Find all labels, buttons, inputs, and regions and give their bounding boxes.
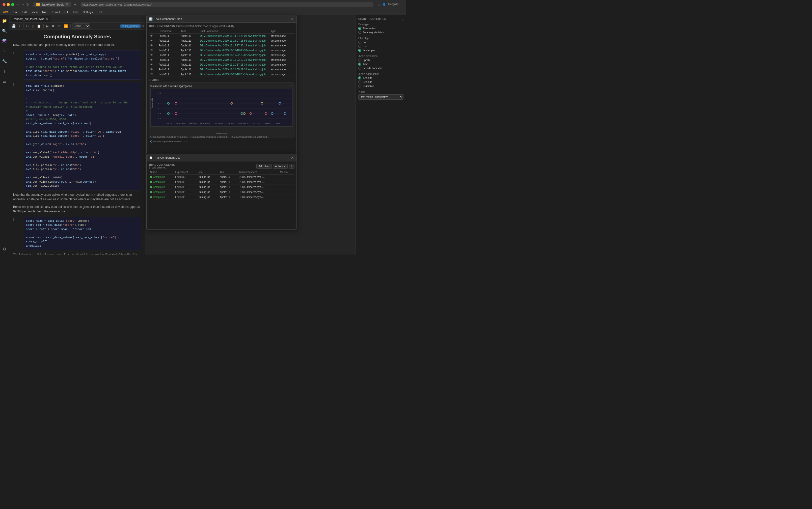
- list-table-row[interactable]: Completed Fruits111 Training job Apple11…: [149, 179, 294, 184]
- menu-icon[interactable]: ⋮: [400, 3, 403, 6]
- cell-2-code[interactable]: fig, ax1 = plt.subplots() ax2 = ax1.twin…: [24, 82, 141, 191]
- list-table-row[interactable]: Completed Fruits111 Training job Apple11…: [149, 174, 294, 179]
- menu-run[interactable]: Run: [40, 10, 49, 14]
- tc-table-row[interactable]: 👁 Fruits111 Apple111 DEMO-minerva-byo-20…: [149, 62, 294, 67]
- cut-btn[interactable]: ✂: [25, 24, 30, 29]
- radio-bar[interactable]: Bar: [358, 41, 403, 44]
- sidebar-icon-search[interactable]: 🔍: [1, 27, 8, 34]
- sidebar-icon-tools[interactable]: 🔧: [1, 58, 8, 65]
- sidebar-icon-list[interactable]: ☰: [1, 78, 8, 85]
- sidebar-icon-experiments[interactable]: ⚗️: [1, 37, 8, 44]
- menu-help[interactable]: Help: [95, 10, 105, 14]
- tc-table-row[interactable]: 👁 Fruits111 Apple111 DEMO-minerva-byo-20…: [149, 72, 294, 77]
- legend-label-3: arn:aws:sagemaker:us-west-2:33...: [233, 136, 269, 138]
- menu-git[interactable]: Git: [62, 10, 70, 14]
- svg-text:Nov 17: Nov 17: [205, 123, 210, 124]
- save-btn[interactable]: 💾: [10, 24, 17, 29]
- sidebar-icon-git[interactable]: ⑂: [1, 47, 8, 55]
- radio-epoch[interactable]: Epoch: [358, 59, 403, 62]
- chart-container-close[interactable]: ✕: [290, 84, 293, 88]
- list-table-row[interactable]: Completed Fruits111 Training job Apple11…: [149, 190, 294, 195]
- filter-icon[interactable]: ≡: [401, 18, 403, 22]
- radio-periods[interactable]: Periods from start: [358, 67, 403, 70]
- radio-time-series[interactable]: Time series: [358, 27, 403, 30]
- radio-1min[interactable]: 1-minute: [358, 76, 403, 79]
- chart-window-close[interactable]: ✕: [291, 17, 294, 21]
- notebook-tab-label: random_cut_forest.ipynb: [14, 18, 44, 21]
- radio-line[interactable]: Line: [358, 45, 403, 48]
- legend-item-3: arn:aws:sagemaker:us-west-2:33...: [231, 136, 269, 138]
- back-icon[interactable]: ←: [16, 2, 20, 6]
- sidebar-icon-files[interactable]: 📁: [1, 17, 8, 24]
- reload-icon[interactable]: ↻: [26, 2, 29, 6]
- star-icon[interactable]: ☆: [378, 3, 380, 6]
- tab-close[interactable]: ✕: [66, 3, 68, 6]
- restart-btn[interactable]: ↺: [57, 24, 62, 29]
- cell-3-code[interactable]: score_mean = taxi_data['score'].mean() s…: [24, 217, 141, 250]
- list-window-close[interactable]: ✕: [291, 156, 294, 160]
- add-chart-btn[interactable]: Add chart: [256, 164, 272, 169]
- list-selected: 1 rows selected: [149, 166, 175, 169]
- radio-scatter[interactable]: Scatter plot: [358, 49, 403, 52]
- add-cell-btn[interactable]: +: [18, 24, 22, 29]
- tc-table-row[interactable]: 👁 Fruits111 Apple111 DEMO-minerva-byo-20…: [149, 48, 294, 53]
- toolbar-sep-3: [70, 24, 71, 28]
- radio-time[interactable]: Time: [358, 63, 403, 66]
- radio-summary-stats-circle: [358, 31, 361, 34]
- profile-icon[interactable]: 👤: [382, 3, 386, 6]
- y-axis-select[interactable]: test-metric - quantitative: [358, 94, 403, 100]
- paste-btn[interactable]: 📋: [36, 24, 42, 29]
- list-table-row[interactable]: Completed Fruits111 Training job Apple11…: [149, 184, 294, 190]
- cell-type-select[interactable]: Code: [72, 24, 90, 29]
- tc-row-component[interactable]: DEMO-minerva-byo-2019-11-21-05-21-26-aws…: [198, 67, 269, 72]
- tc-table-row[interactable]: 👁 Fruits111 Apple111 DEMO-minerva-byo-20…: [149, 58, 294, 62]
- notebook-tab[interactable]: random_cut_forest.ipynb ✕: [11, 16, 51, 22]
- menu-settings[interactable]: Settings: [81, 10, 95, 14]
- tc-row-component[interactable]: DEMO-minerva-byo-2019-11-19-22-12-34-aws…: [198, 58, 269, 62]
- notebook-tab-close[interactable]: ✕: [46, 17, 48, 21]
- tc-row-component[interactable]: DEMO-minerva-byo-2019-11-21-18-23-16-aws…: [198, 72, 269, 77]
- restart-run-btn[interactable]: ⏩: [63, 24, 69, 29]
- chart-window-titlebar: 📊 Trial Component Chart ✕: [147, 15, 296, 23]
- tc-table-row[interactable]: 👁 Fruits111 Apple111 DEMO-minerva-byo-20…: [149, 43, 294, 48]
- tc-table-row[interactable]: 👁 Fruits111 Apple111 DEMO-minerva-byo-20…: [149, 38, 294, 43]
- radio-60min[interactable]: 60-minute: [358, 84, 403, 88]
- new-tab-btn[interactable]: +: [74, 2, 76, 7]
- dot-yellow[interactable]: [7, 3, 10, 6]
- tc-row-component[interactable]: DEMO-minerva-byo-2019-11-14-17-38-13-aws…: [198, 43, 269, 48]
- tc-row-component[interactable]: DEMO-minerva-byo-2019-11-19-22-10-02-aws…: [198, 53, 269, 58]
- menu-tabs[interactable]: Tabs: [70, 10, 80, 14]
- chart-legend: arn:aws:sagemaker:us-west-2:33... arn:aw…: [151, 136, 293, 143]
- menu-file[interactable]: File: [11, 10, 20, 14]
- tc-row-component[interactable]: DEMO-minerva-byo-2019-11-14-04-26-00-aws…: [198, 34, 269, 38]
- tc-table-row[interactable]: 👁 Fruits111 Apple111 DEMO-minerva-byo-20…: [149, 67, 294, 72]
- forward-icon[interactable]: →: [21, 2, 25, 6]
- list-table-row[interactable]: Completed Fruits111 Training job Apple11…: [149, 195, 294, 200]
- stop-btn[interactable]: ⏹: [51, 24, 56, 29]
- cell-1-code[interactable]: results = rcf_inference.predict(taxi_dat…: [24, 50, 141, 80]
- url-bar[interactable]: https://sagemaker-studio.us-west-2.sagem…: [80, 2, 374, 7]
- menu-view[interactable]: View: [30, 10, 40, 14]
- dot-red[interactable]: [2, 3, 5, 6]
- tc-row-component[interactable]: DEMO-minerva-byo-2019-11-20-17-13-39-aws…: [198, 62, 269, 67]
- sidebar-icon-layers[interactable]: ◫: [1, 68, 8, 75]
- tc-table-row[interactable]: 👁 Fruits111 Apple111 DEMO-minerva-byo-20…: [149, 34, 294, 38]
- browser-tab[interactable]: S SageMaker Studio ✕: [33, 2, 71, 7]
- gear-settings-btn[interactable]: ⚙: [289, 164, 294, 169]
- sidebar-icon-settings[interactable]: ⚙: [1, 245, 8, 252]
- tc-table-row[interactable]: 👁 Fruits111 Apple111 DEMO-minerva-byo-20…: [149, 53, 294, 58]
- copy-btn[interactable]: ⎘: [31, 24, 35, 29]
- list-header-left: TRIAL COMPONENTS 1 rows selected: [149, 164, 175, 169]
- list-window-icon: 📋: [149, 156, 153, 160]
- menu-kernel[interactable]: Kernel: [50, 10, 62, 14]
- tc-row-component[interactable]: DEMO-minerva-byo-2019-11-14-07-13-55-aws…: [198, 38, 269, 43]
- actions-btn[interactable]: Actions ▾: [273, 164, 288, 169]
- radio-summary-stats[interactable]: Summary statistics: [358, 31, 403, 34]
- menu-edit[interactable]: Edit: [21, 10, 29, 14]
- legend-label-4: arn:aws:sagemaker:us-west-2:33...: [153, 140, 189, 143]
- radio-5min[interactable]: 5-minute: [358, 80, 403, 83]
- tc-row-component[interactable]: DEMO-minerva-byo-2019-11-19-18-05-53-aws…: [198, 48, 269, 53]
- list-row-status: Completed: [149, 179, 173, 184]
- dot-green[interactable]: [11, 3, 14, 6]
- run-btn[interactable]: ▶: [45, 24, 50, 29]
